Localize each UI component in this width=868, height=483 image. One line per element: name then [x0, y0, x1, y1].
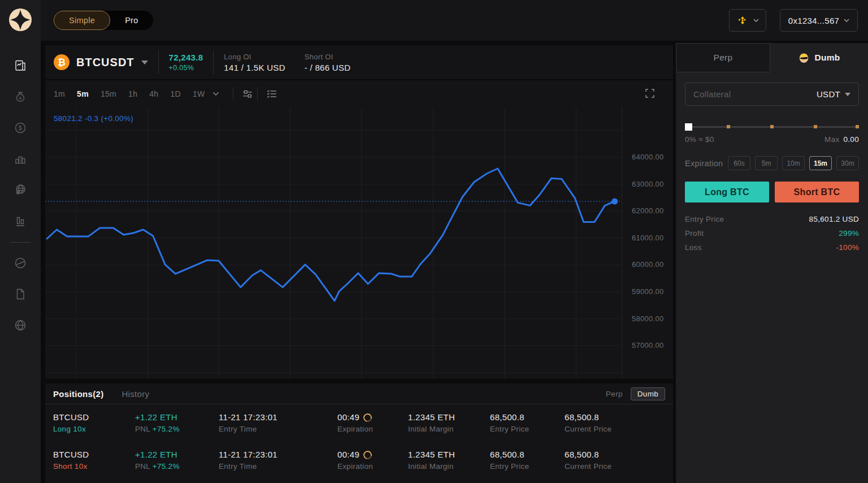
trading-app: A $ 1	[0, 0, 868, 483]
price-axis-label: 59000.00	[632, 287, 664, 296]
position-size: +1.22 ETH	[135, 412, 219, 423]
slider-tick[interactable]	[770, 125, 774, 128]
pnl-label: PNL	[135, 462, 150, 471]
slider-tick[interactable]	[727, 125, 730, 128]
slider-handle[interactable]	[685, 123, 692, 131]
long-btc-button[interactable]: Long BTC	[685, 182, 769, 202]
initial-margin-value: 1.2345 ETH	[408, 412, 490, 423]
positions-filter-dumb[interactable]: Dumb	[631, 387, 665, 400]
price-axis-label: 57000.00	[632, 341, 664, 350]
pair-dropdown-caret-icon[interactable]	[141, 61, 148, 64]
trade-chart-icon[interactable]	[0, 50, 41, 81]
timeframe-1h[interactable]: 1h	[128, 89, 137, 98]
expiration-option-60s[interactable]: 60s	[728, 156, 750, 170]
slider-tick[interactable]	[814, 125, 817, 128]
short-btc-button[interactable]: Short BTC	[775, 182, 859, 202]
leaderboard-icon[interactable]: 1	[0, 143, 41, 174]
collateral-currency-select[interactable]: USDT	[817, 89, 850, 99]
chain-selector[interactable]	[729, 9, 766, 32]
collateral-input[interactable]: Collateral USDT	[685, 83, 859, 106]
slider-max-label[interactable]: Max	[824, 135, 839, 144]
globe-icon[interactable]	[0, 309, 41, 340]
price-axis-label: 62000.00	[632, 206, 664, 215]
pnl-value: +75.2%	[153, 425, 180, 433]
chevron-down-icon	[844, 19, 849, 22]
dollar-coin-icon[interactable]: $	[0, 112, 41, 143]
expiration-option-10m[interactable]: 10m	[782, 156, 805, 170]
loss-label: Loss	[685, 243, 702, 252]
timeframe-more-chevron-icon[interactable]	[212, 92, 219, 96]
stats-bars-icon[interactable]	[0, 205, 41, 236]
pnl-label: PNL	[135, 425, 150, 433]
tab-dumb-label: Dumb	[814, 53, 840, 63]
svg-text:1: 1	[19, 157, 21, 161]
positions-filter-perp[interactable]: Perp	[606, 390, 623, 398]
watchlist-icon[interactable]	[266, 88, 278, 100]
entry-price-value: 68,500.8	[490, 412, 565, 423]
mode-pro-button[interactable]: Pro	[110, 11, 153, 30]
wallet-address-button[interactable]: 0x1234...567	[780, 9, 858, 32]
sidebar: A $ 1	[0, 0, 41, 483]
position-row: BTCUSD Long 10x +1.22 ETH PNL +75.2% 11-…	[45, 404, 673, 442]
position-size: +1.22 ETH	[135, 449, 219, 460]
pnl-value: +75.2%	[153, 462, 180, 471]
profit-value: 299%	[839, 229, 859, 238]
price-axis-label: 61000.00	[632, 234, 664, 242]
entry-price-label: Entry Price	[490, 461, 565, 472]
long-oi-label: Long OI	[224, 53, 285, 61]
fullscreen-icon[interactable]	[645, 88, 655, 98]
price-chart[interactable]: 58021.2 -0.3 (+0.00%) 64000.0063000.0062…	[45, 107, 673, 379]
sidebar-nav: A $ 1	[0, 50, 41, 340]
price-axis[interactable]: 64000.0063000.0062000.0061000.0060000.00…	[622, 107, 673, 379]
timeframe-4h[interactable]: 4h	[149, 89, 158, 98]
expiration-label: Expiration	[337, 424, 408, 435]
position-pair: BTCUSD	[53, 412, 135, 423]
current-price-value: 68,500.8	[565, 412, 673, 423]
expiration-option-15m[interactable]: 15m	[809, 156, 832, 170]
timeframe-1D[interactable]: 1D	[170, 89, 181, 98]
price-axis-label: 63000.00	[632, 180, 664, 188]
chevron-down-icon	[753, 19, 759, 22]
sidebar-divider	[10, 242, 31, 243]
collateral-currency: USDT	[817, 89, 840, 99]
short-oi-value: - / 866 USD	[305, 63, 351, 72]
chart-toolbar: 1m5m15m1h4h1D1W	[45, 80, 673, 107]
money-bag-icon[interactable]: A	[0, 81, 41, 112]
profit-label: Profit	[685, 229, 704, 238]
mode-simple-button[interactable]: Simple	[54, 11, 110, 30]
timeframe-list: 1m5m15m1h4h1D1W	[54, 89, 217, 98]
amount-slider[interactable]	[685, 123, 859, 131]
document-icon[interactable]	[0, 278, 41, 309]
loss-value: -100%	[836, 243, 859, 252]
current-price-label: Current Price	[565, 424, 673, 435]
tab-dumb[interactable]: Dumb	[770, 43, 868, 72]
chart-canvas[interactable]	[45, 107, 622, 379]
price-line-series	[47, 169, 615, 301]
timeframe-1m[interactable]: 1m	[54, 89, 65, 98]
indicator-settings-icon[interactable]	[241, 88, 254, 100]
current-price-label: Current Price	[565, 461, 673, 472]
entry-price-label: Entry Price	[490, 424, 565, 435]
svg-text:A: A	[19, 95, 22, 100]
expiration-option-5m[interactable]: 5m	[755, 156, 778, 170]
slider-tick[interactable]	[856, 125, 859, 128]
tab-positions[interactable]: Positions(2)	[53, 389, 103, 399]
countdown-spinner-icon	[362, 412, 373, 423]
pair-name: BTCUSDT	[76, 56, 134, 69]
tab-perp[interactable]: Perp	[676, 43, 770, 72]
price-axis-label: 64000.00	[632, 153, 664, 161]
timeframe-1W[interactable]: 1W	[193, 89, 205, 98]
expiration-countdown: 00:49	[337, 412, 359, 423]
circle-slash-icon[interactable]	[0, 247, 41, 278]
trade-panel: Perp Dumb Collateral USDT	[676, 43, 868, 483]
price-axis-label: 60000.00	[632, 260, 664, 269]
app-logo-icon[interactable]	[8, 7, 33, 32]
timeframe-5m[interactable]: 5m	[77, 89, 89, 98]
long-oi-value: 141 / 1.5K USD	[224, 63, 285, 72]
market-change: +0.05%	[169, 64, 203, 72]
position-side: Long 10x	[53, 424, 135, 435]
globe-arrow-icon[interactable]	[0, 174, 41, 205]
tab-history[interactable]: History	[121, 389, 149, 399]
expiration-option-30m[interactable]: 30m	[836, 156, 859, 170]
timeframe-15m[interactable]: 15m	[101, 89, 116, 98]
